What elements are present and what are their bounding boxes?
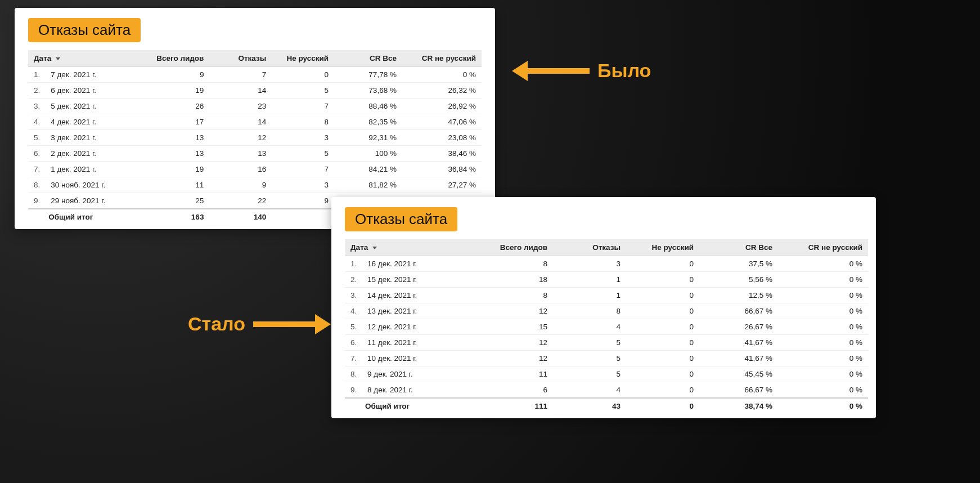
- table-row: 7.10 дек. 2021 г.125041,67 %0 %: [345, 351, 868, 366]
- row-index: 9.: [345, 382, 362, 399]
- row-index: 9.: [28, 193, 45, 209]
- row-refusals: 4: [553, 382, 626, 399]
- header-row: Дата Всего лидов Отказы Не русский CR Вс…: [345, 239, 868, 256]
- annotation-before-label: Было: [590, 60, 659, 82]
- title-chip-before: Отказы сайта: [28, 18, 141, 42]
- table-row: 1.16 дек. 2021 г.83037,5 %0 %: [345, 256, 868, 272]
- col-cr-not-ru[interactable]: CR не русский: [778, 239, 868, 256]
- row-date: 14 дек. 2021 г.: [362, 288, 474, 303]
- card-after: Отказы сайта Дата Всего лидов Отказы Не …: [331, 197, 876, 418]
- row-refusals: 14: [209, 114, 272, 130]
- row-cr-not-ru: 47,06 %: [402, 114, 482, 130]
- total-refusals: 43: [553, 398, 626, 414]
- table-row: 3.5 дек. 2021 г.2623788,46 %26,92 %: [28, 99, 482, 114]
- row-leads: 9: [142, 67, 210, 83]
- col-not-ru[interactable]: Не русский: [626, 239, 699, 256]
- col-cr-all[interactable]: CR Все: [699, 239, 778, 256]
- row-index: 3.: [345, 288, 362, 303]
- row-not-ru: 0: [626, 351, 699, 366]
- row-refusals: 1: [553, 288, 626, 303]
- col-refusals[interactable]: Отказы: [553, 239, 626, 256]
- row-cr-not-ru: 0 %: [778, 303, 868, 319]
- row-cr-all: 5,56 %: [699, 272, 778, 288]
- row-date: 30 нояб. 2021 г.: [45, 177, 141, 193]
- arrow-shaft: [528, 68, 590, 74]
- row-refusals: 8: [553, 303, 626, 319]
- row-cr-not-ru: 38,46 %: [402, 146, 482, 162]
- col-cr-all[interactable]: CR Все: [334, 50, 402, 67]
- row-not-ru: 3: [272, 130, 334, 146]
- row-not-ru: 0: [626, 382, 699, 399]
- total-label: Общий итог: [45, 209, 141, 225]
- row-leads: 8: [474, 288, 553, 303]
- row-cr-not-ru: 0 %: [778, 272, 868, 288]
- col-cr-not-ru[interactable]: CR не русский: [402, 50, 482, 67]
- table-row: 5.12 дек. 2021 г.154026,67 %0 %: [345, 319, 868, 335]
- row-date: 9 дек. 2021 г.: [362, 366, 474, 382]
- table-row: 1.7 дек. 2021 г.97077,78 %0 %: [28, 67, 482, 83]
- row-leads: 12: [474, 351, 553, 366]
- row-cr-all: 77,78 %: [334, 67, 402, 83]
- row-not-ru: 7: [272, 162, 334, 177]
- row-refusals: 3: [553, 256, 626, 272]
- col-date[interactable]: Дата: [28, 50, 142, 67]
- row-cr-all: 66,67 %: [699, 382, 778, 399]
- table-row: 5.3 дек. 2021 г.1312392,31 %23,08 %: [28, 130, 482, 146]
- row-cr-all: 26,67 %: [699, 319, 778, 335]
- arrow-shaft: [253, 321, 315, 327]
- row-leads: 11: [142, 177, 210, 193]
- row-cr-not-ru: 0 %: [778, 351, 868, 366]
- row-leads: 19: [142, 162, 210, 177]
- col-leads[interactable]: Всего лидов: [474, 239, 553, 256]
- row-date: 16 дек. 2021 г.: [362, 256, 474, 272]
- row-not-ru: 0: [626, 272, 699, 288]
- row-cr-all: 41,67 %: [699, 351, 778, 366]
- row-index: 2.: [28, 83, 45, 99]
- row-index: 6.: [28, 146, 45, 162]
- row-refusals: 13: [209, 146, 272, 162]
- row-leads: 8: [474, 256, 553, 272]
- row-refusals: 5: [553, 351, 626, 366]
- arrow-right-icon: [315, 314, 331, 334]
- header-row: Дата Всего лидов Отказы Не русский CR Вс…: [28, 50, 482, 67]
- table-row: 8.9 дек. 2021 г.115045,45 %0 %: [345, 366, 868, 382]
- table-row: 9.8 дек. 2021 г.64066,67 %0 %: [345, 382, 868, 399]
- row-date: 10 дек. 2021 г.: [362, 351, 474, 366]
- row-cr-all: 81,82 %: [334, 177, 402, 193]
- col-date[interactable]: Дата: [345, 239, 474, 256]
- total-leads: 163: [142, 209, 210, 225]
- col-leads[interactable]: Всего лидов: [142, 50, 210, 67]
- row-date: 7 дек. 2021 г.: [45, 67, 141, 83]
- row-cr-not-ru: 0 %: [778, 335, 868, 351]
- row-refusals: 23: [209, 99, 272, 114]
- row-refusals: 5: [553, 335, 626, 351]
- annotation-after: Стало: [180, 313, 331, 335]
- total-not-ru: 0: [626, 398, 699, 414]
- col-not-ru[interactable]: Не русский: [272, 50, 334, 67]
- row-cr-not-ru: 0 %: [778, 366, 868, 382]
- col-refusals[interactable]: Отказы: [209, 50, 272, 67]
- row-date: 11 дек. 2021 г.: [362, 335, 474, 351]
- row-cr-not-ru: 27,27 %: [402, 177, 482, 193]
- row-refusals: 9: [209, 177, 272, 193]
- row-not-ru: 0: [272, 67, 334, 83]
- row-index: 5.: [28, 130, 45, 146]
- row-leads: 15: [474, 319, 553, 335]
- table-row: 6.11 дек. 2021 г.125041,67 %0 %: [345, 335, 868, 351]
- arrow-left-icon: [512, 61, 528, 81]
- row-not-ru: 0: [626, 256, 699, 272]
- row-index: 7.: [345, 351, 362, 366]
- sort-desc-icon: [56, 57, 60, 60]
- row-leads: 13: [142, 146, 210, 162]
- row-date: 29 нояб. 2021 г.: [45, 193, 141, 209]
- row-refusals: 12: [209, 130, 272, 146]
- row-not-ru: 5: [272, 146, 334, 162]
- row-cr-all: 82,35 %: [334, 114, 402, 130]
- row-refusals: 7: [209, 67, 272, 83]
- row-cr-not-ru: 0 %: [778, 382, 868, 399]
- row-cr-all: 73,68 %: [334, 83, 402, 99]
- col-date-label: Дата: [350, 243, 368, 252]
- rows-before: 1.7 дек. 2021 г.97077,78 %0 %2.6 дек. 20…: [28, 67, 482, 209]
- row-index: 1.: [28, 67, 45, 83]
- row-date: 3 дек. 2021 г.: [45, 130, 141, 146]
